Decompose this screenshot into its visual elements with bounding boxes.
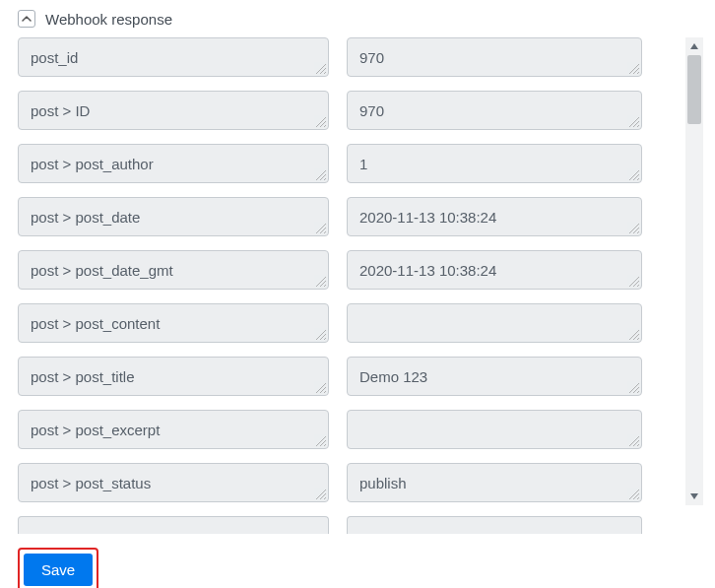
field-value-text: 970 [359,102,384,119]
table-row: post_id 970 [18,37,678,77]
section-header: Webhook response [18,10,703,28]
save-button[interactable]: Save [24,554,93,586]
resize-grip-icon [314,275,326,287]
resize-grip-icon [314,62,326,74]
field-key[interactable]: post > ID [18,91,329,130]
vertical-scrollbar[interactable] [685,37,703,505]
field-key[interactable] [18,516,329,534]
field-value-text: 2020-11-13 10:38:24 [359,209,496,226]
field-value[interactable]: Demo 123 [347,357,642,396]
field-value-text: publish [359,475,407,491]
field-key-text: post > post_excerpt [31,422,160,438]
field-key-text: post > post_status [31,475,151,491]
table-row: post > post_content [18,303,678,343]
field-value[interactable]: 1 [347,144,642,183]
field-key-text: post > post_author [31,156,154,172]
table-row: post > post_date 2020-11-13 10:38:24 [18,197,678,236]
field-key[interactable]: post > post_author [18,144,329,183]
save-highlight: Save [18,548,98,588]
table-row: post > ID 970 [18,91,678,130]
field-value-text: 970 [359,49,384,66]
field-key[interactable]: post_id [18,37,329,77]
section-title: Webhook response [45,11,172,28]
resize-grip-icon [627,168,639,180]
field-value-text: Demo 123 [359,368,427,385]
collapse-toggle[interactable] [18,10,35,28]
field-key-text: post > post_date_gmt [31,262,173,279]
resize-grip-icon [627,222,639,233]
scroll-down-arrow[interactable] [685,488,703,505]
resize-grip-icon [627,434,639,446]
field-key-text: post > post_content [31,315,160,332]
resize-grip-icon [627,328,639,340]
field-key[interactable]: post > post_date_gmt [18,250,329,290]
resize-grip-icon [627,275,639,287]
field-value-text: 1 [359,156,367,172]
field-value[interactable]: 970 [347,91,642,130]
scrollbar-track[interactable] [685,55,703,488]
table-row: post > post_excerpt [18,410,678,449]
resize-grip-icon [314,115,326,127]
field-key-text: post > ID [31,102,90,119]
table-row [18,516,678,534]
scroll-up-arrow[interactable] [685,37,703,55]
field-value[interactable]: 970 [347,37,642,77]
field-key[interactable]: post > post_status [18,463,329,502]
field-key[interactable]: post > post_content [18,303,329,343]
field-value[interactable]: 2020-11-13 10:38:24 [347,197,642,236]
field-value[interactable]: 2020-11-13 10:38:24 [347,250,642,290]
table-row: post > post_status publish [18,463,678,502]
triangle-up-icon [689,41,699,51]
field-key[interactable]: post > post_title [18,357,329,396]
table-row: post > post_title Demo 123 [18,357,678,396]
chevron-up-icon [22,14,32,24]
field-value-text: 2020-11-13 10:38:24 [359,262,496,279]
field-value[interactable] [347,303,642,343]
resize-grip-icon [314,434,326,446]
field-key-text: post > post_title [31,368,134,385]
resize-grip-icon [314,488,326,499]
resize-grip-icon [627,488,639,499]
field-key-text: post > post_date [31,209,140,226]
field-value[interactable]: publish [347,463,642,502]
field-value[interactable] [347,410,642,449]
resize-grip-icon [627,381,639,393]
scrollbar-thumb[interactable] [687,55,701,124]
resize-grip-icon [627,115,639,127]
field-key[interactable]: post > post_excerpt [18,410,329,449]
resize-grip-icon [314,222,326,233]
resize-grip-icon [314,168,326,180]
webhook-response-scroll-area: post_id 970 post > ID 970 post > post_au… [18,37,703,534]
triangle-down-icon [689,491,699,501]
resize-grip-icon [314,381,326,393]
field-key-text: post_id [31,49,78,66]
field-value[interactable] [347,516,642,534]
field-key[interactable]: post > post_date [18,197,329,236]
response-rows: post_id 970 post > ID 970 post > post_au… [18,37,678,534]
table-row: post > post_date_gmt 2020-11-13 10:38:24 [18,250,678,290]
resize-grip-icon [314,328,326,340]
resize-grip-icon [627,62,639,74]
table-row: post > post_author 1 [18,144,678,183]
